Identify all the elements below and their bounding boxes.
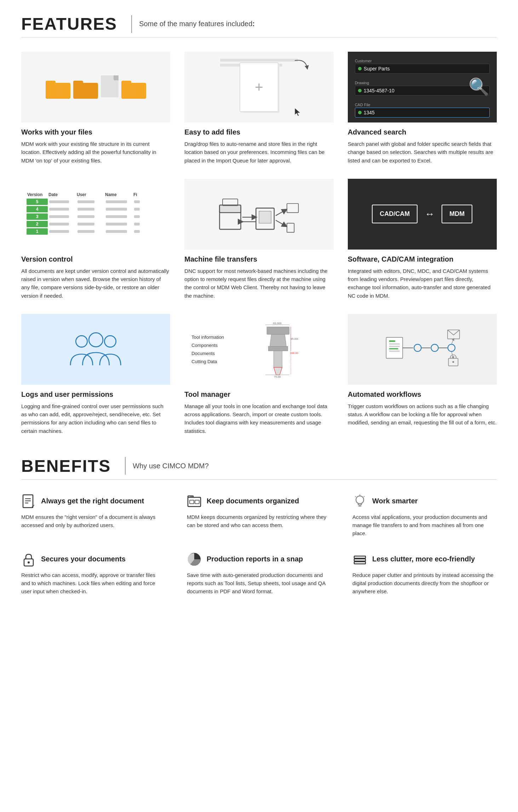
version-bar-user-3 bbox=[77, 215, 94, 218]
feature-card-works-with-files: Works with your files MDM work with your… bbox=[21, 52, 170, 165]
benefits-section-header: BENEFITS Why use CIMCO MDM? bbox=[21, 456, 497, 480]
feature-desc-version-control: All documents are kept under version con… bbox=[21, 267, 170, 300]
tool-label-1: Components bbox=[191, 343, 224, 348]
version-bar-date-3 bbox=[49, 215, 69, 218]
version-col-header-name: Name bbox=[105, 192, 133, 197]
arrow-curve-icon bbox=[291, 57, 312, 75]
feature-illustration-cadcam: CAD/CAM ↔ MDM bbox=[348, 179, 497, 250]
search-drawing-value: 1345-4587-10 bbox=[364, 88, 487, 93]
search-cad-box: 1345 bbox=[355, 108, 490, 118]
feature-card-workflow: Automated workflows Trigger custom workf… bbox=[348, 314, 497, 435]
version-num-1: 1 bbox=[27, 228, 48, 235]
svg-rect-9 bbox=[287, 204, 299, 213]
version-bar-user-4 bbox=[77, 208, 94, 211]
svg-rect-63 bbox=[354, 556, 366, 558]
folder-organize-icon bbox=[187, 494, 202, 509]
search-customer-row: Super Parts bbox=[358, 66, 487, 72]
svg-rect-50 bbox=[191, 496, 193, 497]
feature-desc-works-with-files: MDM work with your existing file structu… bbox=[21, 140, 170, 165]
search-dot-cad bbox=[358, 111, 362, 114]
version-bar-name-2 bbox=[106, 223, 127, 225]
svg-line-56 bbox=[364, 496, 364, 497]
feature-title-machine: Machine file transfers bbox=[184, 255, 333, 263]
benefit-title-organized: Keep documents organized bbox=[207, 497, 299, 505]
tool-svg: 63.000 95.000 bbox=[259, 321, 298, 378]
version-bar-fi-4 bbox=[134, 208, 140, 211]
feature-card-tool: Tool information Components Documents Cu… bbox=[184, 314, 333, 435]
workflow-svg bbox=[383, 325, 461, 374]
add-line-1 bbox=[220, 59, 298, 62]
stack-icon bbox=[352, 552, 367, 567]
version-bar-fi-3 bbox=[134, 215, 140, 218]
version-row-3: 3 bbox=[27, 213, 165, 220]
feature-desc-advanced-search: Search panel with global and folder spec… bbox=[348, 140, 497, 165]
search-illustration: Customer Super Parts Drawing bbox=[348, 52, 497, 122]
feature-illustration-files bbox=[21, 52, 170, 122]
benefit-card-organized: Keep documents organized MDM keeps docum… bbox=[187, 494, 331, 538]
benefit-desc-organized: MDM keeps documents organized by restric… bbox=[187, 513, 331, 530]
svg-text:168.000: 168.000 bbox=[290, 351, 298, 354]
benefits-divider bbox=[125, 457, 126, 475]
svg-point-53 bbox=[356, 496, 364, 504]
version-bar-fi-5 bbox=[134, 200, 140, 203]
features-section-header: FEATURES Some of the many features inclu… bbox=[21, 14, 497, 38]
feature-illustration-add-files bbox=[184, 52, 333, 122]
pie-chart-icon bbox=[187, 552, 202, 567]
feature-card-cadcam: CAD/CAM ↔ MDM Software, CAD/CAM integrat… bbox=[348, 179, 497, 300]
version-bar-fi-2 bbox=[134, 223, 140, 225]
search-cad-label: CAD File bbox=[355, 103, 490, 107]
cursor-icon bbox=[293, 107, 302, 117]
version-col-header-date: Date bbox=[48, 192, 77, 197]
svg-point-13 bbox=[104, 336, 116, 347]
tool-illustration: Tool information Components Documents Cu… bbox=[184, 314, 333, 385]
feature-illustration-search: Customer Super Parts Drawing bbox=[348, 52, 497, 122]
benefit-header-secure: Secures your documents bbox=[21, 552, 166, 567]
version-row-5: 5 bbox=[27, 199, 165, 205]
search-customer-label: Customer bbox=[355, 59, 490, 63]
benefits-grid: ✓ Always get the right document MDM ensu… bbox=[21, 494, 497, 596]
svg-point-11 bbox=[76, 336, 87, 347]
benefit-title-reports: Production reports in a snap bbox=[207, 555, 303, 563]
benefit-header-right-document: ✓ Always get the right document bbox=[21, 494, 166, 509]
benefit-header-work-smarter: Work smarter bbox=[352, 494, 497, 509]
cadcam-left-box: CAD/CAM bbox=[372, 205, 418, 223]
svg-rect-6 bbox=[259, 211, 271, 223]
feature-desc-machine: DNC support for most network-based machi… bbox=[184, 267, 333, 300]
tool-label-3: Cutting Data bbox=[191, 359, 224, 364]
version-col-header-version: Version bbox=[27, 192, 48, 197]
version-bar-name-1 bbox=[106, 230, 127, 233]
workflow-illustration bbox=[348, 314, 497, 385]
benefit-card-work-smarter: Work smarter Access vital applications, … bbox=[352, 494, 497, 538]
feature-illustration-machine bbox=[184, 179, 333, 250]
svg-rect-16 bbox=[267, 327, 289, 334]
search-cad-value: 1345 bbox=[364, 110, 487, 115]
version-bar-date-5 bbox=[49, 200, 69, 203]
benefits-subtitle: Why use CIMCO MDM? bbox=[133, 462, 208, 470]
search-drawing-row: 1345-4587-10 bbox=[358, 88, 487, 93]
feature-illustration-tool: Tool information Components Documents Cu… bbox=[184, 314, 333, 385]
svg-rect-61 bbox=[354, 562, 366, 564]
svg-text:✓: ✓ bbox=[31, 503, 35, 509]
version-bar-user-2 bbox=[77, 223, 94, 225]
folder-icon-2 bbox=[73, 79, 98, 99]
search-icon-big: 🔍 bbox=[468, 77, 490, 97]
svg-rect-21 bbox=[274, 351, 282, 367]
users-illustration bbox=[21, 314, 170, 385]
benefit-desc-right-document: MDM ensures the "right version" of a doc… bbox=[21, 513, 166, 530]
tool-label-0: Tool information bbox=[191, 334, 224, 340]
tool-labels: Tool information Components Documents Cu… bbox=[191, 334, 224, 364]
svg-rect-28 bbox=[389, 340, 395, 342]
svg-point-12 bbox=[89, 333, 103, 347]
svg-text:75.00: 75.00 bbox=[274, 375, 281, 378]
header-divider bbox=[131, 15, 132, 33]
tool-image: 63.000 95.000 bbox=[231, 318, 327, 381]
feature-card-users: Logs and user permissions Logging and fi… bbox=[21, 314, 170, 435]
version-bar-name-3 bbox=[106, 215, 127, 218]
benefits-title: BENEFITS bbox=[21, 456, 111, 476]
benefit-card-reports: Production reports in a snap Save time w… bbox=[187, 552, 331, 596]
version-bar-user-1 bbox=[77, 230, 94, 233]
feature-title-works-with-files: Works with your files bbox=[21, 128, 170, 136]
feature-illustration-workflow bbox=[348, 314, 497, 385]
benefit-header-clutter: Less clutter, more eco-friendly bbox=[352, 552, 497, 567]
benefit-header-organized: Keep documents organized bbox=[187, 494, 331, 509]
